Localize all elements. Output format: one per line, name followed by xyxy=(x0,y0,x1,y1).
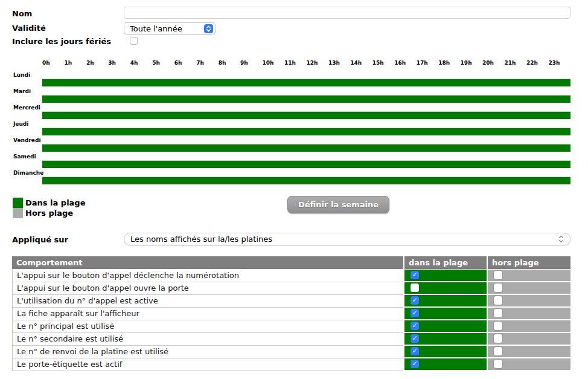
behavior-table-header: Comportement dans la plage hors plage xyxy=(12,256,570,269)
hour-label: 19h xyxy=(461,60,482,66)
day-label: Mercredi xyxy=(13,105,40,111)
behavior-label: Le porte-étiquette est actif xyxy=(12,358,403,371)
hour-label: 22h xyxy=(526,60,548,66)
hour-label: 10h xyxy=(263,60,284,66)
out-range-checkbox[interactable] xyxy=(494,334,502,343)
out-range-checkbox[interactable] xyxy=(494,309,502,317)
day-label: Samedi xyxy=(13,154,36,160)
out-range-cell xyxy=(487,270,570,282)
hour-label: 13h xyxy=(328,60,350,66)
hours-header: 0h1h2h3h4h5h6h7h8h9h10h11h12h13h14h15h16… xyxy=(42,60,570,66)
out-range-cell xyxy=(487,333,570,346)
behavior-row: L'appui sur le bouton d'appel ouvre la p… xyxy=(12,282,570,295)
behavior-label: L'appui sur le bouton d'appel ouvre la p… xyxy=(12,282,403,295)
define-week-button[interactable]: Définir la semaine xyxy=(287,196,389,213)
holidays-checkbox[interactable] xyxy=(130,37,138,45)
behavior-row: Le n° secondaire est utilisé✓ xyxy=(12,333,570,346)
day-row: Mardi xyxy=(12,85,570,102)
validity-selected-value: Toute l'année xyxy=(130,24,204,33)
holidays-label: Inclure les jours fériés xyxy=(12,37,111,46)
day-label: Vendredi xyxy=(13,137,41,143)
behavior-row: La fiche apparaît sur l'afficheur✓ xyxy=(12,308,570,320)
out-range-legend-label: Hors plage xyxy=(25,208,73,218)
behavior-table: Comportement dans la plage hors plage L'… xyxy=(12,256,570,371)
hour-label: 15h xyxy=(372,60,394,66)
day-schedule-bar[interactable] xyxy=(42,177,570,184)
legend: Dans la plage Hors plage Définir la sema… xyxy=(13,198,571,218)
in-range-checkbox[interactable]: ✓ xyxy=(411,322,419,330)
select-stepper-icon xyxy=(204,24,213,33)
behavior-label: Le n° de renvoi de la platine est utilis… xyxy=(12,346,403,358)
hour-label: 6h xyxy=(174,60,196,66)
behavior-table-body: L'appui sur le bouton d'appel déclenche … xyxy=(12,270,570,371)
day-label: Lundi xyxy=(13,72,30,78)
behavior-label: La fiche apparaît sur l'afficheur xyxy=(12,308,403,320)
hour-label: 23h xyxy=(548,60,570,66)
behavior-row: Le n° principal est utilisé✓ xyxy=(12,320,570,333)
out-range-cell xyxy=(487,308,570,320)
week-schedule: LundiMardiMercrediJeudiVendrediSamediDim… xyxy=(12,69,570,183)
day-row: Lundi xyxy=(12,69,570,85)
in-range-cell: ✓ xyxy=(403,346,487,358)
in-range-checkbox[interactable]: ✓ xyxy=(411,347,419,355)
hour-label: 3h xyxy=(108,60,130,66)
in-range-checkbox[interactable]: ✓ xyxy=(411,271,419,279)
validity-label: Validité xyxy=(12,24,46,33)
out-range-checkbox[interactable] xyxy=(494,347,502,355)
in-range-checkbox[interactable]: ✓ xyxy=(411,296,419,305)
day-row: Jeudi xyxy=(12,118,570,134)
applied-on-select[interactable]: Les noms affichés sur la/les platines xyxy=(124,233,570,245)
in-range-checkbox[interactable] xyxy=(411,283,419,292)
hour-label: 20h xyxy=(482,60,504,66)
in-range-cell: ✓ xyxy=(403,295,487,308)
in-range-cell: ✓ xyxy=(403,308,487,320)
in-range-cell: ✓ xyxy=(403,358,487,371)
out-range-checkbox[interactable] xyxy=(494,322,502,330)
out-range-cell xyxy=(487,358,570,371)
name-input[interactable] xyxy=(124,7,570,19)
out-range-cell xyxy=(487,320,570,333)
behavior-row: Le n° de renvoi de la platine est utilis… xyxy=(12,346,570,358)
behavior-label: L'utilisation du n° d'appel est active xyxy=(12,295,403,308)
day-row: Samedi xyxy=(12,151,570,167)
out-range-checkbox[interactable] xyxy=(494,296,502,305)
hour-label: 11h xyxy=(284,60,306,66)
hour-label: 1h xyxy=(64,60,86,66)
day-label: Dimanche xyxy=(13,170,43,176)
header-dans-la-plage: dans la plage xyxy=(403,256,487,269)
behavior-label: Le n° secondaire est utilisé xyxy=(12,333,403,346)
out-range-checkbox[interactable] xyxy=(494,360,502,368)
day-row: Mercredi xyxy=(12,102,570,118)
day-label: Jeudi xyxy=(13,121,28,127)
day-row: Vendredi xyxy=(12,134,570,151)
hour-label: 0h xyxy=(42,60,64,66)
in-range-swatch xyxy=(13,198,23,208)
applied-on-label: Appliqué sur xyxy=(12,235,68,244)
in-range-legend-label: Dans la plage xyxy=(25,198,86,208)
header-hors-plage: hors plage xyxy=(487,256,570,269)
in-range-cell: ✓ xyxy=(403,320,487,333)
schedule-editor-page: Nom Validité Toute l'année Inclure les j… xyxy=(0,0,588,379)
validity-select[interactable]: Toute l'année xyxy=(124,22,216,34)
hour-label: 16h xyxy=(394,60,416,66)
behavior-row: L'appui sur le bouton d'appel déclenche … xyxy=(12,270,570,282)
chevron-up-down-icon xyxy=(558,235,564,244)
out-range-checkbox[interactable] xyxy=(494,283,502,292)
out-range-swatch xyxy=(13,208,23,218)
behavior-label: L'appui sur le bouton d'appel déclenche … xyxy=(12,270,403,282)
in-range-checkbox[interactable]: ✓ xyxy=(411,309,419,317)
hour-label: 14h xyxy=(350,60,372,66)
hour-label: 5h xyxy=(152,60,174,66)
in-range-checkbox[interactable]: ✓ xyxy=(411,360,419,368)
hour-label: 8h xyxy=(219,60,240,66)
in-range-cell: ✓ xyxy=(403,270,487,282)
hour-label: 17h xyxy=(417,60,438,66)
in-range-cell xyxy=(403,282,487,295)
header-comportement: Comportement xyxy=(12,256,403,269)
out-range-checkbox[interactable] xyxy=(494,271,502,279)
day-row: Dimanche xyxy=(12,167,570,183)
hour-label: 18h xyxy=(438,60,460,66)
in-range-checkbox[interactable]: ✓ xyxy=(411,334,419,343)
day-label: Mardi xyxy=(13,88,31,94)
hour-label: 7h xyxy=(196,60,218,66)
